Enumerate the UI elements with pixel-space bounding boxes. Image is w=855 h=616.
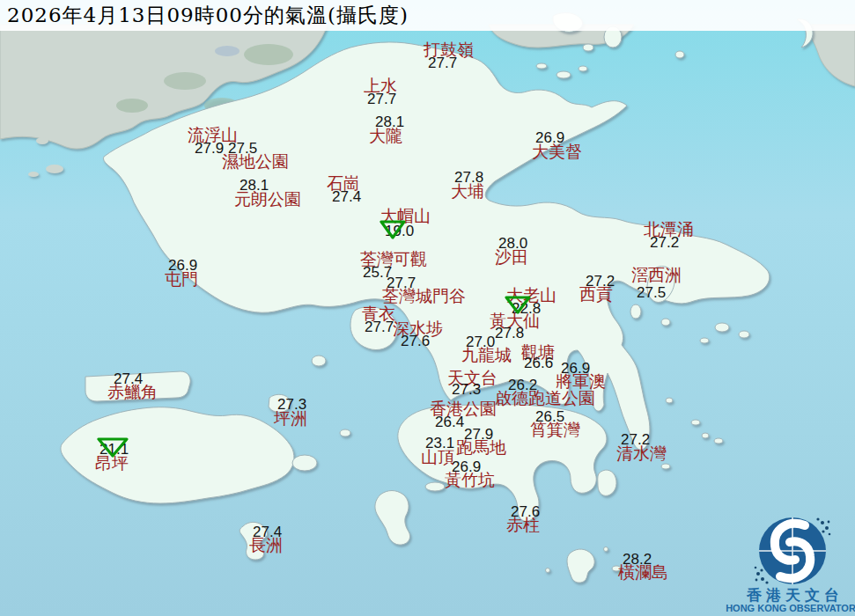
station-name-label: 滘西洲 [631, 267, 682, 284]
station-temperature-value: 27.8 [454, 170, 483, 186]
station-temperature-value: 27.8 [495, 326, 524, 341]
station-temperature-value: 26.9 [535, 130, 564, 146]
station-temperature-value: 26.9 [168, 258, 197, 274]
station-temperature-value: 28.1 [240, 178, 269, 194]
station-temperature-value: 27.3 [277, 397, 306, 413]
station-temperature-value: 27.2 [586, 274, 615, 290]
station-temperature-value: 27.9 [464, 427, 493, 443]
hko-logo-name-cjk: 香港天文台 [738, 588, 848, 603]
hko-logo: 香港天文台 HONG KONG OBSERVATORY [738, 514, 848, 616]
station-temperature-value: 27.6 [511, 504, 540, 520]
station-temperature-value: 27.2 [621, 432, 650, 448]
station-temperature-value: 27.4 [114, 371, 143, 387]
station-temperature-value: 26.4 [435, 414, 464, 430]
station-temperature-value: 21.1 [100, 442, 129, 458]
map-title: 2026年4月13日09時00分的氣溫(攝氏度) [7, 2, 409, 29]
station-temperature-value: 27.9 [195, 141, 224, 157]
station-temperature-value: 28.1 [375, 114, 404, 130]
station-temperature-value: 27.4 [332, 189, 361, 205]
station-temperature-value: 27.5 [228, 141, 257, 157]
station-temperature-value: 26.2 [508, 378, 537, 393]
station-temperature-value: 28.0 [498, 236, 527, 252]
station-temperature-value: 23.1 [425, 436, 454, 451]
station-temperature-value: 26.6 [524, 356, 553, 371]
station-temperature-value: 27.4 [253, 524, 282, 540]
station-temperature-value: 26.5 [535, 409, 564, 425]
temperature-map-screen: 打鼓嶺27.7上水27.7大隴28.1流浮山27.9濕地公園27.5元朗公園28… [0, 0, 855, 616]
station-temperature-value: 27.7 [367, 92, 396, 107]
station-temperature-value: 27.7 [428, 55, 457, 71]
station-temperature-value: 26.9 [452, 459, 481, 475]
station-temperature-value: 27.2 [650, 235, 679, 251]
station-temperature-value: 26.9 [561, 361, 590, 377]
station-temperature-value: 19.0 [385, 224, 414, 239]
station-temperature-value: 28.2 [623, 552, 652, 568]
station-temperature-value: 27.3 [452, 382, 481, 398]
station-temperature-value: 27.0 [466, 334, 495, 350]
hko-logo-name-en: HONG KONG OBSERVATORY [726, 604, 855, 613]
station-temperature-value: 27.7 [387, 275, 416, 291]
station-temperature-value: 27.6 [401, 334, 430, 349]
station-temperature-value: 27.7 [365, 319, 394, 335]
stations-layer: 打鼓嶺27.7上水27.7大隴28.1流浮山27.9濕地公園27.5元朗公園28… [0, 0, 855, 616]
title-bar: 2026年4月13日09時00分的氣溫(攝氏度) [0, 0, 855, 31]
station-temperature-value: 27.5 [637, 285, 666, 301]
hko-logo-icon [753, 514, 832, 588]
